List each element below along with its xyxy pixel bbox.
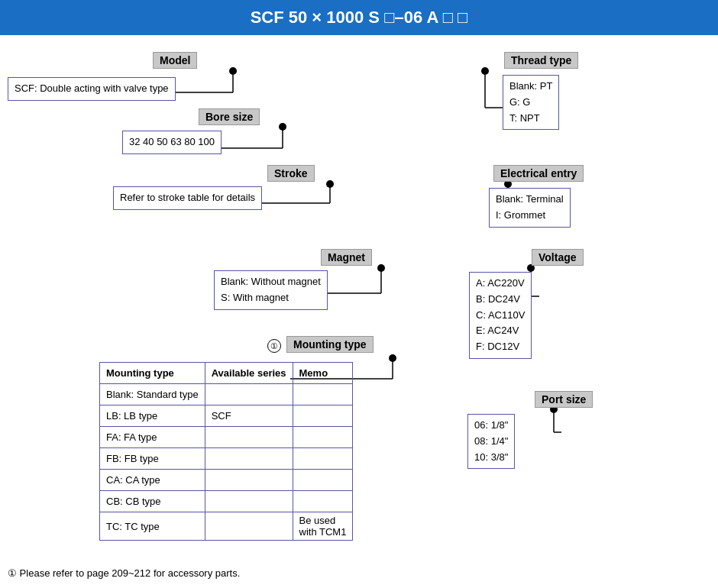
table-row: Blank: Standard type [100,384,353,405]
footer-note: ① Please refer to page 209~212 for acces… [8,567,240,579]
volt-line5: F: DC12V [476,339,525,355]
mounting-type-label: Mounting type [286,336,374,353]
table-row: TC: TC type Be used with TCM1 [100,512,353,541]
table-row: CB: CB type [100,491,353,512]
electrical-entry-info-box: Blank: Terminal I: Grommet [489,188,571,228]
svg-point-9 [377,264,385,272]
mounting-type-table: Mounting type Available series Memo Blan… [99,362,353,541]
voltage-info-box: A: AC220V B: DC24V C: AC110V E: AC24V F:… [469,272,532,359]
row0-memo [293,384,353,405]
bore-size-label: Bore size [199,108,260,125]
thread-type-info: Blank: PT G: G T: NPT [503,75,559,130]
magnet-label-container: Magnet [321,249,372,266]
mounting-type-label-container: Mounting type [286,336,374,353]
row1-type: LB: LB type [100,405,205,427]
table-header-memo: Memo [293,363,353,384]
row1-memo [293,405,353,427]
model-label-container: Model [153,52,197,69]
bore-size-info: 32 40 50 63 80 100 [122,131,222,154]
bore-size-label-container: Bore size [199,108,260,125]
row4-type: CA: CA type [100,470,205,491]
port-line3: 10: 3/8" [474,450,508,466]
row6-type: TC: TC type [100,512,205,541]
table-row: FB: FB type [100,448,353,470]
table-row: CA: CA type [100,470,353,491]
voltage-info: A: AC220V B: DC24V C: AC110V E: AC24V F:… [469,272,532,359]
thread-type-label-container: Thread type [504,52,578,69]
port-size-info-box: 06: 1/8" 08: 1/4" 10: 3/8" [467,414,515,469]
stroke-info-box: Refer to stroke table for details [113,186,262,210]
row3-series [205,448,293,470]
svg-point-0 [229,67,237,75]
row3-type: FB: FB type [100,448,205,470]
row2-type: FA: FA type [100,427,205,448]
model-info-box: SCF: Double acting with valve type [8,77,176,101]
svg-point-3 [279,123,286,131]
row4-series [205,470,293,491]
port-line2: 08: 1/4" [474,434,508,450]
thread-type-label: Thread type [504,52,578,69]
volt-line1: A: AC220V [476,276,525,292]
footer-note-text: ① Please refer to page 209~212 for acces… [8,567,240,579]
electrical-entry-label: Electrical entry [493,165,584,182]
volt-line2: B: DC24V [476,292,525,308]
stroke-label-container: Stroke [267,165,315,182]
page-header: SCF 50 × 1000 S □–06 A □ □ [0,0,718,35]
header-title: SCF 50 × 1000 S □–06 A □ □ [251,8,468,27]
port-size-label: Port size [535,391,593,408]
magnet-info: Blank: Without magnet S: With magnet [214,270,328,310]
row6-memo: Be used with TCM1 [293,512,353,541]
table-header-type: Mounting type [100,363,205,384]
model-label: Model [153,52,197,69]
row4-memo [293,470,353,491]
elec-line2: I: Grommet [496,208,564,224]
port-size-info: 06: 1/8" 08: 1/4" 10: 3/8" [467,414,515,469]
magnet-line2: S: With magnet [221,290,321,306]
circle-note: ① [267,339,281,353]
thread-line1: Blank: PT [509,79,552,95]
volt-line3: C: AC110V [476,308,525,324]
row2-memo [293,427,353,448]
row5-type: CB: CB type [100,491,205,512]
svg-point-15 [481,67,489,75]
row0-type: Blank: Standard type [100,384,205,405]
voltage-label-container: Voltage [532,249,584,266]
stroke-label: Stroke [267,165,315,182]
mounting-type-circle: ① [267,339,281,353]
bore-size-info-box: 32 40 50 63 80 100 [122,131,222,154]
table-row: FA: FA type [100,427,353,448]
voltage-label: Voltage [532,249,584,266]
row2-series [205,427,293,448]
table-header-series: Available series [205,363,293,384]
svg-point-12 [389,354,396,362]
magnet-line1: Blank: Without magnet [221,274,321,290]
electrical-entry-info: Blank: Terminal I: Grommet [489,188,571,228]
volt-line4: E: AC24V [476,323,525,339]
mounting-type-table-container: Mounting type Available series Memo Blan… [99,362,353,541]
thread-line2: G: G [509,95,552,111]
row5-memo [293,491,353,512]
row3-memo [293,448,353,470]
electrical-entry-label-container: Electrical entry [493,165,584,182]
magnet-info-box: Blank: Without magnet S: With magnet [214,270,328,310]
row5-series [205,491,293,512]
thread-line3: T: NPT [509,111,552,127]
svg-point-6 [326,180,334,188]
port-line1: 06: 1/8" [474,418,508,434]
row6-series [205,512,293,541]
thread-type-info-box: Blank: PT G: G T: NPT [503,75,559,130]
row1-series: SCF [205,405,293,427]
model-info: SCF: Double acting with valve type [8,77,176,101]
stroke-info: Refer to stroke table for details [113,186,262,210]
magnet-label: Magnet [321,249,372,266]
table-row: LB: LB type SCF [100,405,353,427]
row0-series [205,384,293,405]
port-size-label-container: Port size [535,391,593,408]
elec-line1: Blank: Terminal [496,192,564,208]
